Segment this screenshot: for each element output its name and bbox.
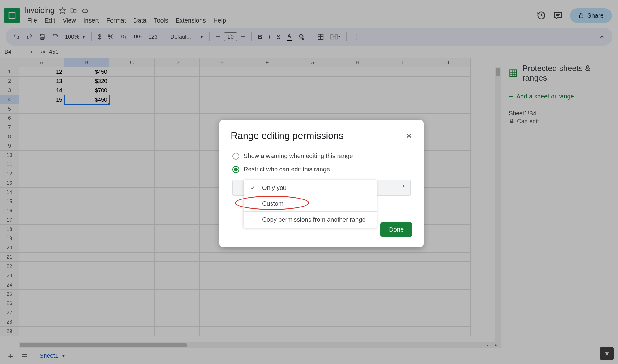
cell-J12[interactable] xyxy=(425,169,471,178)
cell-C8[interactable] xyxy=(109,132,155,141)
borders-button[interactable] xyxy=(315,31,326,42)
cell-G4[interactable] xyxy=(290,95,335,104)
row-header[interactable]: 18 xyxy=(0,225,19,234)
cell-C16[interactable] xyxy=(109,206,155,215)
cell-J25[interactable] xyxy=(425,290,471,299)
cell-D26[interactable] xyxy=(155,299,200,308)
chevron-down-icon[interactable]: ▼ xyxy=(62,353,66,358)
cell-J28[interactable] xyxy=(425,317,471,327)
cell-J18[interactable] xyxy=(425,225,471,234)
cell-H1[interactable] xyxy=(335,67,380,77)
cell-E3[interactable] xyxy=(200,86,245,95)
cell-C10[interactable] xyxy=(109,151,155,160)
cell-B9[interactable] xyxy=(64,141,109,151)
cell-J2[interactable] xyxy=(425,77,471,86)
cell-H4[interactable] xyxy=(335,95,380,104)
cell-J13[interactable] xyxy=(425,178,471,188)
cell-C19[interactable] xyxy=(109,234,155,243)
cell-A11[interactable] xyxy=(19,160,64,169)
cell-B26[interactable] xyxy=(64,299,109,308)
row-header[interactable]: 4 xyxy=(0,95,19,104)
cell-G24[interactable] xyxy=(290,280,335,290)
cell-A5[interactable] xyxy=(19,104,64,114)
cell-D21[interactable] xyxy=(155,253,200,262)
cell-I27[interactable] xyxy=(380,308,425,317)
decrease-font-button[interactable]: − xyxy=(213,31,223,43)
cell-J1[interactable] xyxy=(425,67,471,77)
column-header-a[interactable]: A xyxy=(19,58,64,67)
cell-H27[interactable] xyxy=(335,308,380,317)
cloud-status-icon[interactable] xyxy=(81,7,89,14)
cell-A6[interactable] xyxy=(19,114,64,123)
cell-E5[interactable] xyxy=(200,104,245,114)
cell-J14[interactable] xyxy=(425,188,471,197)
cell-D14[interactable] xyxy=(155,188,200,197)
row-header[interactable]: 20 xyxy=(0,243,19,253)
dropdown-item-custom[interactable]: Custom xyxy=(244,196,377,211)
cell-A15[interactable] xyxy=(19,197,64,206)
cell-G5[interactable] xyxy=(290,104,335,114)
all-sheets-button[interactable] xyxy=(19,351,30,362)
cell-D11[interactable] xyxy=(155,160,200,169)
cell-F25[interactable] xyxy=(245,290,290,299)
cell-A7[interactable] xyxy=(19,123,64,132)
row-header[interactable]: 19 xyxy=(0,234,19,243)
column-header-e[interactable]: E xyxy=(200,58,245,67)
cell-F28[interactable] xyxy=(245,317,290,327)
cell-B3[interactable]: $700 xyxy=(64,86,109,95)
cell-J29[interactable] xyxy=(425,327,471,336)
cell-C26[interactable] xyxy=(109,299,155,308)
cell-I26[interactable] xyxy=(380,299,425,308)
row-header[interactable]: 10 xyxy=(0,151,19,160)
cell-D17[interactable] xyxy=(155,215,200,225)
cell-B8[interactable] xyxy=(64,132,109,141)
cell-D6[interactable] xyxy=(155,114,200,123)
cell-A1[interactable]: 12 xyxy=(19,67,64,77)
cell-F4[interactable] xyxy=(245,95,290,104)
row-header[interactable]: 3 xyxy=(0,86,19,95)
cell-G29[interactable] xyxy=(290,327,335,336)
scroll-left-button[interactable]: ◄ xyxy=(483,342,492,348)
cell-J7[interactable] xyxy=(425,123,471,132)
cell-F21[interactable] xyxy=(245,253,290,262)
cell-J17[interactable] xyxy=(425,215,471,225)
cell-B10[interactable] xyxy=(64,151,109,160)
cell-A21[interactable] xyxy=(19,253,64,262)
cell-B24[interactable] xyxy=(64,280,109,290)
cell-C23[interactable] xyxy=(109,271,155,280)
cell-H28[interactable] xyxy=(335,317,380,327)
cell-J27[interactable] xyxy=(425,308,471,317)
redo-button[interactable] xyxy=(23,31,35,42)
cell-J5[interactable] xyxy=(425,104,471,114)
menu-view[interactable]: View xyxy=(60,16,79,25)
cell-B16[interactable] xyxy=(64,206,109,215)
cell-B14[interactable] xyxy=(64,188,109,197)
cell-E4[interactable] xyxy=(200,95,245,104)
menu-edit[interactable]: Edit xyxy=(41,16,58,25)
cell-C2[interactable] xyxy=(109,77,155,86)
cell-D28[interactable] xyxy=(155,317,200,327)
row-header[interactable]: 29 xyxy=(0,327,19,336)
row-header[interactable]: 16 xyxy=(0,206,19,215)
column-header-g[interactable]: G xyxy=(290,58,335,67)
cell-A13[interactable] xyxy=(19,178,64,188)
row-header[interactable]: 24 xyxy=(0,280,19,290)
protected-range-entry[interactable]: Sheet1!B4 Can edit xyxy=(509,108,611,127)
dropdown-item-copy-permissions[interactable]: Copy permissions from another range xyxy=(244,212,377,228)
cell-E27[interactable] xyxy=(200,308,245,317)
cell-I21[interactable] xyxy=(380,253,425,262)
row-header[interactable]: 12 xyxy=(0,169,19,178)
cell-F1[interactable] xyxy=(245,67,290,77)
cell-B28[interactable] xyxy=(64,317,109,327)
comments-icon[interactable] xyxy=(553,11,563,20)
menu-extensions[interactable]: Extensions xyxy=(173,16,209,25)
cell-G22[interactable] xyxy=(290,262,335,271)
strikethrough-button[interactable]: S xyxy=(274,31,283,42)
cell-J6[interactable] xyxy=(425,114,471,123)
cell-A17[interactable] xyxy=(19,215,64,225)
row-header[interactable]: 7 xyxy=(0,123,19,132)
explore-button[interactable] xyxy=(600,347,614,360)
cell-B7[interactable] xyxy=(64,123,109,132)
cell-C1[interactable] xyxy=(109,67,155,77)
cell-C15[interactable] xyxy=(109,197,155,206)
